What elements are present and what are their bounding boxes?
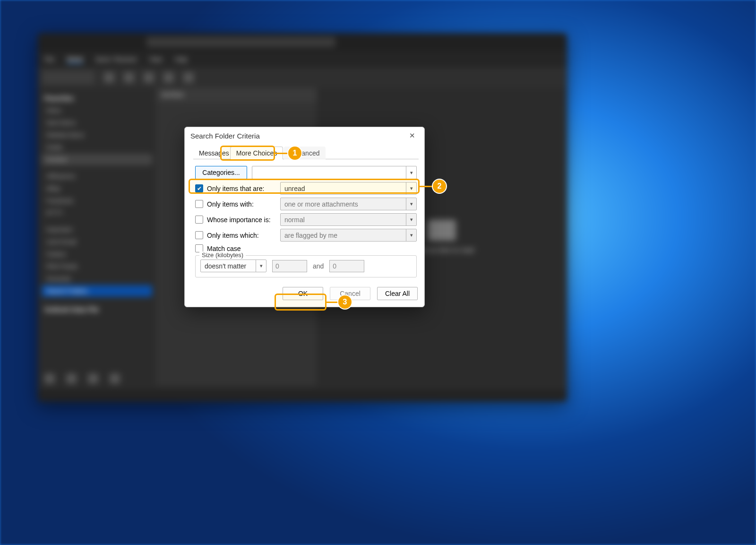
size-and-label: and: [313, 262, 324, 270]
ribbon-tab-send-receive: Send / Receive: [95, 56, 137, 63]
toolbar-icon: [183, 72, 194, 83]
search-folder-criteria-dialog: Search Folder Criteria ✕ Messages More C…: [184, 127, 425, 307]
tab-advanced[interactable]: Advanced: [284, 147, 326, 159]
categories-field[interactable]: ▾: [252, 166, 417, 179]
favorites-header: Favorites: [42, 93, 152, 104]
status-bar-blurred: [38, 389, 567, 402]
label-only-items-which: Only items which:: [207, 232, 259, 239]
cancel-button[interactable]: Cancel: [330, 287, 370, 300]
nav-icon: [66, 373, 77, 384]
size-high-input[interactable]: [329, 260, 364, 272]
select-size-mode[interactable]: doesn't matter ▾: [200, 260, 266, 272]
select-only-items-with[interactable]: one or more attachments ▾: [280, 198, 417, 210]
toolbar-icon: [144, 72, 154, 83]
toolbar-icon: [104, 72, 114, 83]
archive-header: Archive: [156, 88, 317, 102]
size-low-input[interactable]: [272, 260, 307, 272]
envelope-icon: [428, 220, 456, 241]
outlook-search-blurred: [146, 37, 335, 47]
checkbox-only-items-that-are[interactable]: ✔: [195, 184, 203, 192]
chevron-down-icon[interactable]: ▾: [406, 229, 416, 241]
new-email-button-blurred: [43, 71, 94, 84]
chevron-down-icon[interactable]: ▾: [406, 182, 416, 194]
size-group: Size (kilobytes) doesn't matter ▾ and: [195, 255, 417, 277]
tab-messages[interactable]: Messages: [193, 147, 229, 159]
chevron-down-icon[interactable]: ▾: [406, 198, 416, 210]
checkbox-only-items-which[interactable]: [195, 231, 203, 239]
clear-all-button[interactable]: Clear All: [377, 287, 418, 300]
ok-button[interactable]: OK: [283, 287, 323, 300]
chevron-down-icon[interactable]: ▾: [256, 260, 266, 272]
size-legend: Size (kilobytes): [199, 251, 246, 259]
select-only-items-that-are[interactable]: unread ▾: [280, 182, 417, 195]
label-whose-importance-is: Whose importance is:: [207, 216, 271, 224]
ribbon-tab-help: Help: [175, 56, 188, 63]
checkbox-whose-importance-is[interactable]: [195, 216, 203, 224]
select-whose-importance-is[interactable]: normal ▾: [280, 213, 417, 226]
ribbon-tab-file: File: [44, 56, 54, 63]
chevron-down-icon[interactable]: ▾: [406, 214, 416, 225]
toolbar-icon: [124, 72, 134, 83]
tab-strip: Messages More Choices Advanced: [193, 145, 419, 159]
ribbon-tab-home: Home: [67, 55, 83, 63]
nav-icon: [88, 373, 98, 384]
nav-icon: [110, 373, 120, 384]
categories-button[interactable]: Categories...: [195, 166, 247, 179]
close-icon: ✕: [409, 131, 415, 140]
toolbar-icon: [163, 72, 174, 83]
ribbon-tab-view: View: [149, 56, 163, 63]
chevron-down-icon[interactable]: ▾: [406, 166, 416, 179]
select-only-items-which[interactable]: are flagged by me ▾: [280, 229, 417, 242]
nav-icon: [44, 373, 55, 384]
dialog-title: Search Folder Criteria: [190, 132, 260, 140]
close-button[interactable]: ✕: [403, 129, 421, 142]
label-only-items-with: Only items with:: [207, 200, 254, 208]
sidebar-item-search-folders: Search Folders: [42, 285, 152, 297]
tab-more-choices[interactable]: More Choices: [230, 147, 283, 159]
checkbox-only-items-with[interactable]: [195, 200, 203, 208]
label-only-items-that-are: Only items that are:: [207, 185, 264, 192]
